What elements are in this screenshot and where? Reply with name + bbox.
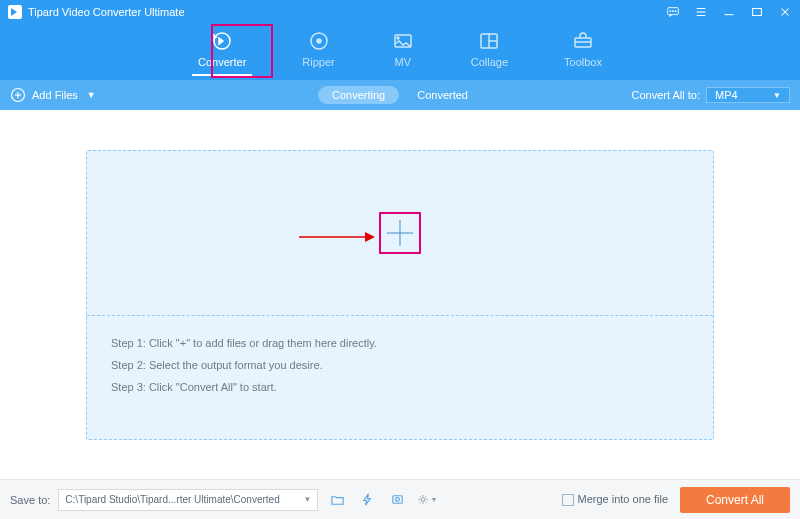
chevron-down-icon: ▼ <box>87 90 96 100</box>
svg-point-2 <box>672 11 673 12</box>
save-to-label: Save to: <box>10 494 50 506</box>
convert-all-button[interactable]: Convert All <box>680 487 790 513</box>
tab-converter[interactable]: Converter <box>192 26 252 74</box>
tab-mv[interactable]: MV <box>385 26 421 74</box>
merge-label: Merge into one file <box>578 493 669 505</box>
svg-marker-25 <box>365 232 375 242</box>
merge-checkbox[interactable]: Merge into one file <box>562 493 669 506</box>
toolbox-icon <box>564 28 602 54</box>
converter-icon <box>198 28 246 54</box>
add-files-plus-button[interactable] <box>379 212 421 254</box>
chevron-down-icon: ▼ <box>303 495 311 504</box>
svg-point-15 <box>397 37 399 39</box>
convert-all-to-label: Convert All to: <box>632 89 700 101</box>
svg-point-13 <box>317 39 321 43</box>
collage-icon <box>471 28 508 54</box>
tab-converted[interactable]: Converted <box>403 86 482 104</box>
feedback-icon[interactable] <box>666 5 680 19</box>
app-title: Tipard Video Converter Ultimate <box>28 6 185 18</box>
open-folder-icon[interactable] <box>326 489 348 511</box>
instruction-step-3: Step 3: Click "Convert All" to start. <box>111 376 689 398</box>
svg-point-29 <box>395 498 399 502</box>
add-files-button[interactable]: Add Files ▼ <box>10 87 96 103</box>
svg-rect-8 <box>753 9 762 16</box>
output-format-select[interactable]: MP4 ▼ <box>706 87 790 103</box>
app-logo <box>8 5 22 19</box>
tab-collage[interactable]: Collage <box>465 26 514 74</box>
chevron-down-icon: ▼ <box>430 496 437 503</box>
tab-collage-label: Collage <box>471 56 508 68</box>
close-icon[interactable] <box>778 5 792 19</box>
svg-point-30 <box>422 498 426 502</box>
menu-icon[interactable] <box>694 5 708 19</box>
tab-toolbox-label: Toolbox <box>564 56 602 68</box>
chevron-down-icon: ▼ <box>773 91 781 100</box>
ripper-icon <box>302 28 334 54</box>
add-files-label: Add Files <box>32 89 78 101</box>
instruction-step-2: Step 2: Select the output format you des… <box>111 354 689 376</box>
tab-converter-label: Converter <box>198 56 246 68</box>
svg-point-3 <box>675 11 676 12</box>
hardware-acceleration-icon[interactable] <box>356 489 378 511</box>
dropzone[interactable]: Step 1: Click "+" to add files or drag t… <box>86 150 714 440</box>
annotation-arrow <box>299 228 375 246</box>
settings-icon[interactable]: ▼ <box>416 489 438 511</box>
maximize-icon[interactable] <box>750 5 764 19</box>
save-to-path-input[interactable]: C:\Tipard Studio\Tipard...rter Ultimate\… <box>58 489 318 511</box>
checkbox-icon <box>562 494 574 506</box>
instruction-step-1: Step 1: Click "+" to add files or drag t… <box>111 332 689 354</box>
plus-circle-icon <box>10 87 26 103</box>
plus-icon <box>385 218 415 248</box>
save-to-path-value: C:\Tipard Studio\Tipard...rter Ultimate\… <box>65 494 279 505</box>
tab-mv-label: MV <box>394 56 411 68</box>
svg-rect-28 <box>393 496 402 504</box>
mv-icon <box>391 28 415 54</box>
minimize-icon[interactable] <box>722 5 736 19</box>
tab-converting[interactable]: Converting <box>318 86 399 104</box>
svg-point-1 <box>670 11 671 12</box>
tab-ripper[interactable]: Ripper <box>296 26 340 74</box>
tab-ripper-label: Ripper <box>302 56 334 68</box>
output-format-value: MP4 <box>715 89 738 101</box>
gpu-icon[interactable] <box>386 489 408 511</box>
tab-toolbox[interactable]: Toolbox <box>558 26 608 74</box>
